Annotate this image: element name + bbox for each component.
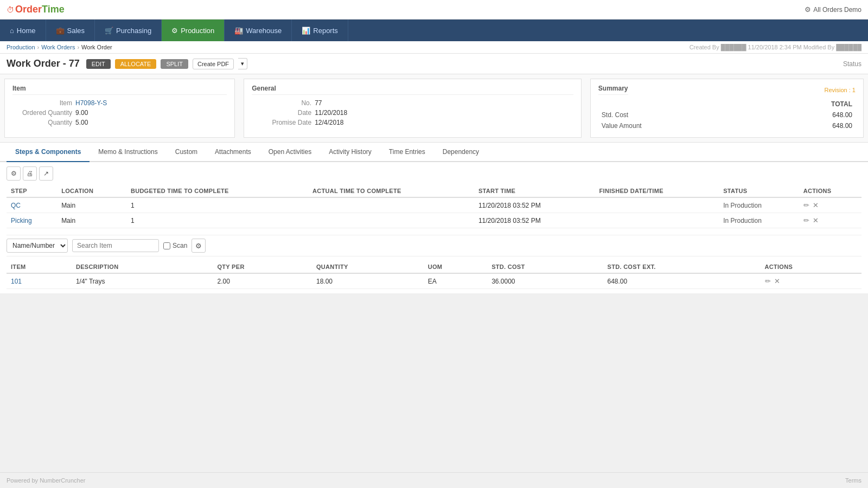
steps-col-budgeted: BUDGETED TIME TO COMPLETE [126, 185, 308, 197]
step-status: In Production [719, 197, 799, 213]
work-order-header: Work Order - 77 EDIT ALLOCATE SPLIT Crea… [0, 54, 868, 74]
sales-icon: 💼 [56, 27, 65, 35]
comp-qty-per: 2.00 [213, 273, 312, 289]
comp-col-qty-per: QTY PER [213, 261, 312, 273]
promise-date-label: Promise Date [252, 119, 311, 126]
promise-date-value: 12/4/2018 [315, 119, 343, 126]
allocate-button[interactable]: ALLOCATE [115, 59, 157, 69]
comp-quantity: 18.00 [312, 273, 424, 289]
create-pdf-label: Create PDF [197, 61, 229, 67]
nav-sales[interactable]: 💼 Sales [46, 20, 95, 41]
step-status: In Production [719, 213, 799, 228]
steps-col-start: START TIME [474, 185, 595, 197]
steps-col-step: STEP [7, 185, 57, 197]
steps-col-actual: ACTUAL TIME TO COMPLETE [308, 185, 474, 197]
filter-settings-button[interactable]: ⚙ [192, 239, 206, 253]
filter-select[interactable]: Name/Number [7, 239, 68, 253]
print-toolbar-button[interactable]: 🖨 [23, 166, 37, 181]
nav-reports[interactable]: 📊 Reports [292, 20, 348, 41]
comp-col-std-cost-ext: STD. COST EXT. [603, 261, 761, 273]
create-pdf-button[interactable]: Create PDF [193, 59, 234, 69]
edit-step-icon[interactable]: ✏ [803, 216, 809, 224]
no-value: 77 [315, 99, 322, 107]
comp-description: 1/4" Trays [72, 273, 213, 289]
breadcrumb-production[interactable]: Production [7, 44, 35, 50]
edit-button[interactable]: EDIT [86, 59, 111, 69]
step-actions: ✏ ✕ [799, 213, 861, 228]
nav-home-label: Home [17, 27, 36, 35]
table-row: 101 1/4" Trays 2.00 18.00 EA 36.0000 648… [7, 273, 861, 289]
comp-std-cost-ext: 648.00 [603, 273, 761, 289]
edit-step-icon[interactable]: ✏ [803, 201, 809, 209]
comp-item-link[interactable]: 101 [11, 278, 22, 285]
summary-value-amount-row: Value Amount 648.00 [599, 121, 854, 131]
tab-activity-history[interactable]: Activity History [320, 143, 380, 162]
step-location: Main [57, 213, 126, 228]
summary-std-cost-row: Std. Cost 648.00 [599, 110, 854, 120]
std-cost-label: Std. Cost [599, 110, 761, 120]
tab-custom[interactable]: Custom [167, 143, 206, 162]
logo-clock-icon: ⏱ [7, 5, 14, 14]
step-finished [595, 197, 719, 213]
comp-std-cost: 36.0000 [487, 273, 603, 289]
nav-warehouse[interactable]: 🏭 Warehouse [225, 20, 292, 41]
settings-icon[interactable]: ⚙ [805, 5, 811, 14]
breadcrumb-work-orders[interactable]: Work Orders [41, 44, 75, 50]
all-orders-demo-label: All Orders Demo [813, 6, 861, 14]
qty-row: Quantity 5.00 [12, 119, 227, 126]
steps-col-finished: FINISHED DATE/TIME [595, 185, 719, 197]
breadcrumb-bar: Production › Work Orders › Work Order Cr… [0, 41, 868, 54]
purchasing-icon: 🛒 [105, 27, 113, 35]
steps-col-status: STATUS [719, 185, 799, 197]
toolbar-icons: ⚙ 🖨 ↗ [7, 166, 861, 181]
revision-badge: Revision : 1 [825, 87, 856, 93]
nav-home[interactable]: ⌂ Home [0, 20, 46, 41]
split-button[interactable]: SPLIT [161, 59, 188, 69]
ordered-qty-label: Ordered Quantity [12, 109, 72, 117]
edit-comp-icon[interactable]: ✏ [765, 277, 771, 285]
step-budgeted: 1 [126, 197, 308, 213]
search-item-input[interactable] [72, 239, 159, 252]
step-link[interactable]: Picking [11, 217, 32, 224]
no-label: No. [252, 99, 311, 107]
tab-open-activities[interactable]: Open Activities [260, 143, 320, 162]
comp-col-description: DESCRIPTION [72, 261, 213, 273]
pdf-dropdown-button[interactable]: ▾ [238, 58, 247, 69]
settings-toolbar-button[interactable]: ⚙ [7, 166, 21, 181]
production-icon: ⚙ [171, 27, 178, 35]
logo-order: Order [15, 4, 42, 15]
created-info: Created By ██████ 11/20/2018 2:34 PM Mod… [690, 44, 861, 50]
tab-attachments[interactable]: Attachments [206, 143, 260, 162]
scan-checkbox[interactable] [163, 242, 170, 249]
item-value[interactable]: H7098-Y-S [75, 99, 107, 107]
tab-time-entries[interactable]: Time Entries [380, 143, 434, 162]
comp-col-quantity: QUANTITY [312, 261, 424, 273]
nav-warehouse-label: Warehouse [246, 27, 282, 35]
delete-comp-icon[interactable]: ✕ [774, 277, 780, 285]
ordered-qty-value: 9.00 [75, 109, 88, 117]
delete-step-icon[interactable]: ✕ [813, 201, 819, 209]
delete-step-icon[interactable]: ✕ [813, 216, 819, 224]
home-icon: ⌂ [10, 27, 14, 35]
summary-header: Summary Revision : 1 [598, 85, 856, 95]
nav-purchasing[interactable]: 🛒 Purchasing [95, 20, 162, 41]
step-actual [308, 197, 474, 213]
reports-icon: 📊 [302, 27, 310, 35]
tab-dependency[interactable]: Dependency [434, 143, 488, 162]
qty-label: Quantity [12, 119, 72, 126]
comp-col-item: ITEM [7, 261, 72, 273]
nav-reports-label: Reports [313, 27, 338, 35]
tab-memo-instructions[interactable]: Memo & Instructions [90, 143, 166, 162]
components-table: ITEM DESCRIPTION QTY PER QUANTITY UOM ST… [7, 261, 861, 289]
nav-production[interactable]: ⚙ Production [162, 20, 225, 41]
export-toolbar-button[interactable]: ↗ [39, 166, 53, 181]
status-badge: Status [843, 60, 861, 68]
step-actual [308, 213, 474, 228]
comp-uom: EA [424, 273, 487, 289]
value-amount-label: Value Amount [599, 121, 761, 131]
tab-steps-components[interactable]: Steps & Components [7, 143, 90, 162]
step-link[interactable]: QC [11, 202, 21, 209]
no-row: No. 77 [252, 99, 573, 107]
main-nav: ⌂ Home 💼 Sales 🛒 Purchasing ⚙ Production… [0, 20, 868, 41]
summary-title: Summary [598, 85, 628, 95]
